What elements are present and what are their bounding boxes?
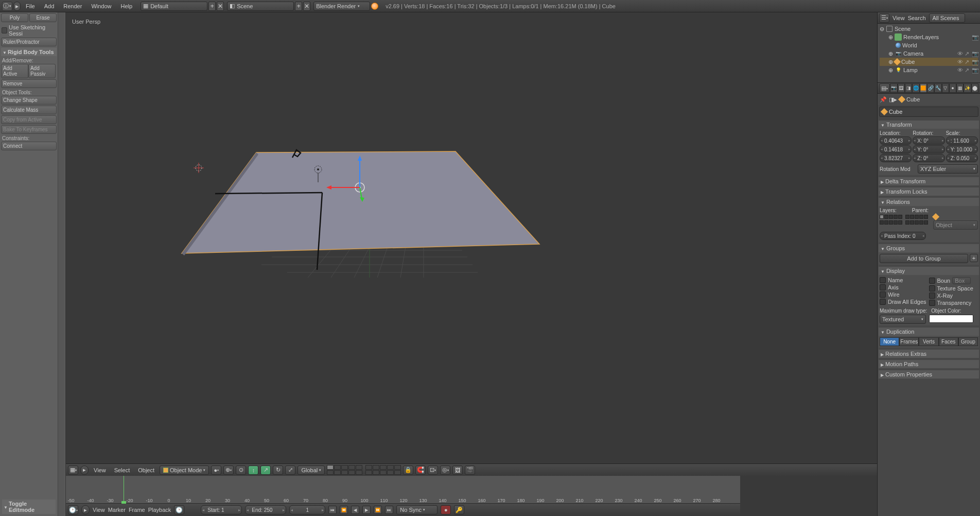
tl-collapse-icon[interactable]: ▸ [81,505,90,514]
keying-set-icon[interactable]: 🔑 [454,505,464,514]
scale-y-field[interactable]: Y: 10.000 [946,145,978,153]
tab-constraints[interactable]: 🔗 [927,83,934,93]
editor-type-outliner-icon[interactable]: ☰▾ [879,13,889,23]
translate-manipulator-icon[interactable]: ↗ [260,466,271,475]
toolshelf-scrollbar[interactable] [58,12,65,516]
tl-marker-menu[interactable]: Marker [108,507,126,513]
gp-tab-poly[interactable]: Poly [1,13,28,22]
menu-add[interactable]: Add [40,3,59,9]
jump-prev-key-icon[interactable]: ⏪ [340,506,348,514]
timeline-ruler[interactable]: -50-40-30-20-100102030405060708090100110… [66,476,740,504]
use-preview-range-icon[interactable]: 🕑 [174,505,184,514]
tab-particles[interactable]: ✨ [964,83,971,93]
outliner-scene-row[interactable]: ⊖Scene [880,25,978,33]
add-layout-button[interactable]: + [208,2,216,11]
display-xray-check[interactable]: X-Ray [929,292,978,299]
maxdraw-dropdown[interactable]: Textured▾ [880,315,926,324]
tab-texture[interactable]: ▦ [956,83,964,93]
jump-next-key-icon[interactable]: ⏩ [374,506,382,514]
pass-index-field[interactable]: Pass Index: 0 [880,232,926,240]
jump-start-icon[interactable]: ⏮ [328,506,337,514]
object-name-input[interactable] [889,109,976,115]
dup-frames-tab[interactable]: Frames [899,337,919,346]
add-to-group-button[interactable]: Add to Group [880,254,968,263]
editor-type-timeline-icon[interactable]: 🕑▾ [68,505,78,514]
3d-viewport[interactable]: User Persp [66,12,877,516]
layer-buttons[interactable] [327,465,401,475]
display-texspace-check[interactable]: Texture Space [929,285,978,292]
shading-dropdown[interactable]: ●▾ [211,466,221,475]
mode-dropdown[interactable]: Object Mode▾ [160,466,209,475]
relations-extras-header[interactable]: Relations Extras [879,350,979,358]
select-menu[interactable]: Select [111,467,133,473]
dup-none-tab[interactable]: None [880,337,899,346]
custom-properties-header[interactable]: Custom Properties [879,370,979,379]
rotation-x-field[interactable]: X: 0° [913,136,944,145]
snap-element-dropdown[interactable]: ⊡▾ [428,466,438,475]
dup-group-tab[interactable]: Group [958,337,978,346]
manipulate-center-icon[interactable]: ⊙ [236,466,246,475]
connect-button[interactable]: Connect [1,142,57,150]
rotation-z-field[interactable]: Z: 0° [913,154,944,162]
menu-window[interactable]: Window [87,3,115,9]
outliner-display-mode[interactable]: All Scenes [929,13,965,23]
tab-object[interactable]: 🟧 [920,83,927,93]
outliner-cube-row[interactable]: ⊕Cube👁↗📷 [880,58,978,66]
display-header[interactable]: Display [879,267,979,275]
play-reverse-icon[interactable]: ◀ [351,506,359,514]
rotation-y-field[interactable]: Y: 0° [913,145,944,153]
display-transparency-check[interactable]: Transparency [929,299,978,306]
outliner-camera-row[interactable]: ⊕Camera👁↗📷 [880,49,978,58]
parent-type-dropdown[interactable]: Object▾ [933,220,978,230]
transform-header[interactable]: Transform [879,121,979,129]
outliner-world-row[interactable]: World [880,41,978,49]
tab-modifiers[interactable]: 🔧 [934,83,941,93]
autokey-icon[interactable]: ● [441,505,451,514]
tl-frame-menu[interactable]: Frame [129,507,145,513]
ruler-protractor-button[interactable]: Ruler/Protractor [1,38,57,46]
rotation-mode-dropdown[interactable]: XYZ Euler▾ [918,164,978,174]
add-passive-button[interactable]: Add Passiv [28,64,56,78]
view-menu[interactable]: View [91,467,109,473]
add-scene-button[interactable]: + [295,2,302,11]
motion-paths-header[interactable]: Motion Paths [879,360,979,368]
dup-verts-tab[interactable]: Verts [919,337,938,346]
collapse-menus-icon[interactable]: ▸ [80,466,89,475]
pivot-dropdown[interactable]: ⊕▾ [223,466,234,475]
delete-layout-button[interactable]: ✕ [217,2,224,11]
rotate-manipulator-icon[interactable]: ↻ [273,466,283,475]
display-axis-check[interactable]: Axis [880,284,929,291]
gp-tab-erase[interactable]: Erase [29,13,57,22]
duplication-header[interactable]: Duplication [879,328,979,336]
parent-cube-icon[interactable] [932,213,939,220]
groups-header[interactable]: Groups [879,244,979,252]
tl-view-menu[interactable]: View [93,507,105,513]
display-wire-check[interactable]: Wire [880,291,929,298]
editor-type-properties-icon[interactable]: ▤▾ [879,83,890,93]
render-preview-icon[interactable]: 🖼 [452,466,463,475]
remove-button[interactable]: Remove [1,79,57,88]
outliner-search-menu[interactable]: Search [908,15,926,21]
tl-playback-menu[interactable]: Playback [148,507,171,513]
display-drawedges-check[interactable]: Draw All Edges [880,298,929,305]
location-x-field[interactable]: 0.40643 [880,136,912,145]
snap-target-dropdown[interactable]: ◎▾ [440,466,450,475]
calculate-mass-button[interactable]: Calculate Mass [1,106,57,114]
display-bounds-check[interactable]: BounBox [929,277,978,285]
delta-transform-header[interactable]: Delta Transform [879,177,979,185]
start-frame-field[interactable]: Start: 1 [201,505,242,514]
sync-dropdown[interactable]: No Sync▾ [396,505,437,514]
toggle-editmode-header[interactable]: Toggle Editmode [2,500,56,514]
end-frame-field[interactable]: End: 250 [245,505,286,514]
outliner-view-menu[interactable]: View [892,15,905,21]
rigid-body-tools-header[interactable]: Rigid Body Tools [1,48,57,56]
current-frame-field[interactable]: 1 [289,505,325,514]
change-shape-button[interactable]: Change Shape [1,96,57,105]
tab-scene[interactable]: ◨ [905,83,912,93]
editor-type-3dview-icon[interactable]: ▦▾ [68,466,78,475]
manipulator-toggle[interactable]: ↕ [248,466,258,475]
orientation-dropdown[interactable]: Global▾ [297,466,325,475]
tab-physics[interactable]: ⬤ [971,83,978,93]
tab-material[interactable]: ● [949,83,956,93]
render-anim-icon[interactable]: 🎬 [465,466,475,475]
